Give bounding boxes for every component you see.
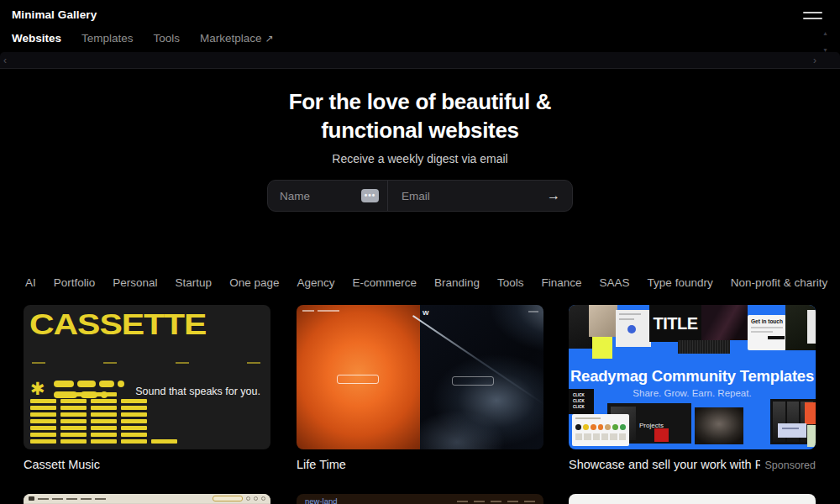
filter-finance[interactable]: Finance — [542, 276, 582, 291]
newland-logo: new-land — [305, 496, 338, 504]
filter-ecommerce[interactable]: E-commerce — [352, 276, 417, 291]
page-scrollbar[interactable]: ▴ ▾ — [822, 30, 829, 54]
card-title-cassette[interactable]: Cassett Music — [24, 458, 270, 475]
cassette-headline: CASSETTE — [29, 308, 206, 342]
chevron-right-icon[interactable]: › — [813, 55, 816, 66]
filter-type-foundry[interactable]: Type foundry — [648, 276, 713, 291]
external-link-icon: ↗ — [265, 33, 274, 45]
website-card-partial-3[interactable] — [569, 494, 816, 504]
filter-portfolio[interactable]: Portfolio — [54, 276, 96, 291]
name-field[interactable]: Name ••• — [268, 181, 387, 211]
email-placeholder: Email — [402, 190, 547, 202]
partial-card-nav — [457, 501, 535, 502]
readymag-card-title[interactable]: Showcase and sell your work with Re — [569, 458, 760, 471]
lifetime-right-mark — [528, 311, 538, 312]
collage-thumb — [678, 340, 730, 354]
category-filters: AI Portfolio Personal Startup One page A… — [25, 276, 840, 291]
lifetime-cta-pill — [452, 376, 494, 386]
hero-subtitle: Receive a weekly digest via email — [0, 152, 840, 165]
brand-logo[interactable]: Minimal Gallery — [12, 8, 97, 21]
website-card-cassette[interactable]: CASSETTE ✱ Sound that speaks for you. — [24, 305, 270, 449]
partial-card-browser-bar — [24, 494, 270, 503]
collage-swatch-thumb — [572, 414, 629, 446]
collage-thumb — [701, 305, 748, 340]
filter-agency[interactable]: Agency — [297, 276, 334, 291]
lifetime-top-marks — [302, 310, 339, 312]
lifetime-light-streak — [412, 315, 543, 406]
nav-marketplace[interactable]: Marketplace↗ — [200, 32, 274, 45]
card-title-lifetime[interactable]: Life Time — [297, 458, 543, 475]
lifetime-logo-mark: W — [423, 309, 429, 317]
name-placeholder: Name — [280, 190, 361, 202]
swatch-dots — [575, 424, 626, 430]
autofill-icon[interactable]: ••• — [361, 189, 379, 202]
collage-thumb — [695, 407, 743, 444]
filter-one-page[interactable]: One page — [229, 276, 279, 291]
lifetime-dark-panel: W — [420, 305, 543, 449]
lifetime-orange-panel — [297, 305, 420, 449]
website-card-partial-1[interactable] — [24, 494, 270, 504]
collage-title-thumb: TITLE — [649, 305, 701, 342]
collage-get-in-touch-thumb: Get in touch — [748, 315, 786, 350]
submit-arrow-icon[interactable]: → — [547, 188, 560, 203]
website-card-readymag[interactable]: TITLE Get in touch Readymag Community Te… — [569, 305, 816, 449]
readymag-banner-subtitle: Share. Grow. Earn. Repeat. — [569, 388, 816, 398]
collage-thumb — [592, 337, 612, 359]
collage-thumb — [807, 425, 816, 447]
hamburger-menu-icon[interactable] — [803, 11, 822, 21]
filter-personal[interactable]: Personal — [113, 276, 157, 291]
collage-thumb — [589, 305, 617, 337]
subscribe-form: Name ••• Email → — [267, 180, 573, 212]
partial-card-button — [213, 496, 243, 501]
scroll-up-icon[interactable]: ▴ — [823, 30, 827, 37]
filter-branding[interactable]: Branding — [434, 276, 480, 291]
banner-strip[interactable]: ‹ › — [0, 52, 840, 69]
nav-templates[interactable]: Templates — [81, 32, 134, 45]
lifetime-cta-pill — [337, 375, 379, 384]
hero-heading: For the love of beautiful & functional w… — [0, 87, 840, 144]
filter-saas[interactable]: SAAS — [600, 276, 630, 291]
main-nav: Websites Templates Tools Marketplace↗ — [12, 32, 274, 45]
collage-thumb — [778, 423, 806, 438]
collage-thumb — [807, 310, 816, 344]
nav-tools[interactable]: Tools — [154, 32, 181, 45]
hero-heading-line1: For the love of beautiful & — [0, 87, 840, 116]
email-field[interactable]: Email → — [388, 181, 572, 211]
website-card-lifetime[interactable]: W — [297, 305, 543, 449]
sponsored-badge: Sponsored — [765, 459, 816, 471]
nav-websites[interactable]: Websites — [12, 32, 61, 45]
filter-startup[interactable]: Startup — [176, 276, 213, 291]
filter-nonprofit[interactable]: Non-profit & charity — [731, 276, 828, 291]
filter-ai[interactable]: AI — [25, 276, 36, 291]
collage-thumb — [805, 402, 816, 424]
filter-tools[interactable]: Tools — [497, 276, 524, 291]
cassette-tiny-marks — [32, 362, 260, 364]
page: Minimal Gallery Websites Templates Tools… — [0, 0, 840, 504]
hero-heading-line2: functional websites — [0, 116, 840, 144]
equalizer — [30, 392, 177, 444]
chevron-left-icon[interactable]: ‹ — [3, 55, 7, 66]
card-title-readymag: Showcase and sell your work with Re Spon… — [569, 458, 816, 475]
hamburger-bar — [803, 18, 822, 19]
collage-click-thumb: CLICK CLICK CLICK — [569, 389, 594, 414]
readymag-banner-title: Readymag Community Templates — [569, 367, 816, 386]
collage-thumb — [616, 310, 651, 347]
website-card-partial-2[interactable]: new-land — [297, 494, 543, 504]
hamburger-bar — [803, 12, 822, 13]
